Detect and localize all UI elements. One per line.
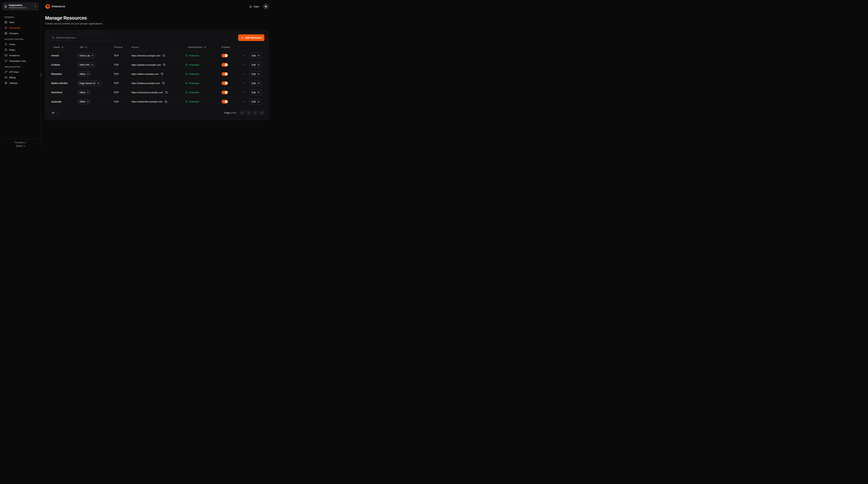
- ellipsis-icon: [243, 63, 246, 66]
- sort-name-header[interactable]: Name: [51, 45, 66, 50]
- row-menu-button[interactable]: [243, 72, 246, 76]
- edit-button[interactable]: Edit: [249, 53, 262, 59]
- row-menu-button[interactable]: [243, 63, 246, 66]
- column-label: Site: [80, 46, 84, 49]
- arrow-right-icon: [257, 73, 260, 75]
- edit-button[interactable]: Edit: [249, 99, 262, 105]
- waypoints-icon: [4, 26, 7, 29]
- site-name: Office: [80, 73, 85, 75]
- table-row: Battery Monitor Edge Device 01 TCP https…: [51, 79, 262, 88]
- enabled-toggle[interactable]: [221, 91, 228, 94]
- avatar-initial: M: [265, 5, 267, 8]
- link-icon: [4, 60, 7, 62]
- copy-url-button[interactable]: [163, 63, 166, 66]
- sidebar-item-label: Billing: [9, 76, 16, 79]
- sidebar-item-roles[interactable]: Roles: [0, 47, 41, 53]
- sidebar-item-api-keys[interactable]: API Keys: [0, 69, 41, 74]
- resource-name: Bitwarden: [51, 72, 77, 75]
- site-link-button[interactable]: Office: [77, 99, 91, 104]
- auth-status: Protected: [185, 82, 221, 85]
- sidebar-item-resources[interactable]: Resources: [0, 25, 41, 31]
- search-icon: [52, 36, 55, 39]
- resource-protocol: TCP: [114, 63, 131, 66]
- sidebar-item-invitations[interactable]: Invitations: [0, 53, 41, 58]
- resource-name: Grafana: [51, 63, 77, 66]
- site-link-button[interactable]: Office: [77, 90, 91, 95]
- edit-button[interactable]: Edit: [249, 89, 262, 95]
- page-size-select[interactable]: 20: [50, 110, 60, 116]
- auth-status: Protected: [185, 64, 221, 66]
- search-input[interactable]: [56, 36, 109, 39]
- enabled-toggle[interactable]: [221, 54, 228, 57]
- footer-link-github[interactable]: GitHub: [16, 145, 25, 147]
- table-row: Authentik Office TCP https://authentik.e…: [51, 97, 262, 106]
- footer-link-label: Fossorial: [15, 141, 24, 144]
- sidebar-item-domains[interactable]: Domains: [0, 31, 41, 36]
- site-link-button[interactable]: Edge Device 01: [77, 81, 101, 86]
- user-icon: [4, 43, 7, 46]
- theme-toggle-button[interactable]: Dark: [249, 5, 259, 8]
- shield-check-icon: [185, 82, 188, 84]
- sort-authentication-header[interactable]: Authentication: [185, 45, 209, 50]
- row-menu-button[interactable]: [243, 82, 246, 85]
- row-menu-button[interactable]: [243, 100, 246, 103]
- row-menu-button[interactable]: [243, 54, 246, 57]
- sidebar-item-shareable-links[interactable]: Shareable Links: [0, 58, 41, 64]
- copy-url-button[interactable]: [162, 82, 165, 85]
- site-name: AWS VPC: [80, 64, 90, 66]
- sidebar-item-billing[interactable]: Billing: [0, 74, 41, 80]
- gear-icon: [4, 82, 7, 84]
- arrow-right-icon: [257, 64, 260, 66]
- chevrons-right-icon: [260, 112, 263, 114]
- page-status: Page 1 of 1: [224, 112, 237, 114]
- enabled-toggle[interactable]: [221, 82, 228, 85]
- next-page-button[interactable]: [253, 110, 258, 115]
- sidebar-resize-handle[interactable]: [41, 73, 41, 77]
- user-avatar[interactable]: M: [263, 4, 269, 9]
- sidebar-item-sites[interactable]: Sites: [0, 20, 41, 25]
- add-resource-button[interactable]: Add Resource: [238, 34, 265, 41]
- resource-protocol: TCP: [114, 100, 131, 103]
- column-access: Access: [131, 46, 185, 49]
- enabled-toggle[interactable]: [221, 72, 228, 76]
- sort-site-header[interactable]: Site: [77, 45, 90, 50]
- copy-url-button[interactable]: [161, 72, 164, 75]
- edit-button[interactable]: Edit: [249, 62, 262, 68]
- table-row: Bitwarden Office TCP https://office.exam…: [51, 69, 262, 79]
- search-box[interactable]: [50, 34, 111, 41]
- resources-card: Add Resource Name Site Protocol: [45, 30, 269, 120]
- sidebar-item-users[interactable]: Users: [0, 41, 41, 47]
- footer-link-fossorial[interactable]: Fossorial: [15, 141, 26, 144]
- org-selector[interactable]: Organization milo@fossorial.io's ...: [2, 2, 38, 10]
- first-page-button[interactable]: [240, 110, 245, 115]
- last-page-button[interactable]: [259, 110, 265, 115]
- copy-url-button[interactable]: [165, 91, 168, 94]
- users-icon: [4, 49, 7, 51]
- auth-status: Protected: [185, 73, 221, 75]
- edit-button[interactable]: Edit: [249, 80, 262, 86]
- chevron-down-icon: [56, 112, 58, 114]
- sort-icon: [61, 46, 64, 49]
- sidebar-item-label: Resources: [9, 27, 21, 29]
- edit-button[interactable]: Edit: [249, 71, 262, 77]
- resource-protocol: TCP: [114, 72, 131, 75]
- arrow-right-icon: [257, 100, 260, 103]
- enabled-toggle[interactable]: [221, 100, 228, 103]
- previous-page-button[interactable]: [246, 110, 251, 115]
- row-menu-button[interactable]: [243, 91, 246, 94]
- resource-protocol: TCP: [114, 54, 131, 57]
- site-link-button[interactable]: AWS VPC: [77, 62, 95, 67]
- resource-url: https://grafana.example.com: [131, 64, 161, 66]
- site-link-button[interactable]: Office: [77, 71, 91, 77]
- table-header: Name Site Protocol Access Authentication: [51, 43, 262, 51]
- copy-url-button[interactable]: [164, 100, 167, 103]
- enabled-toggle[interactable]: [221, 63, 228, 67]
- site-link-button[interactable]: Home Lab: [77, 53, 96, 58]
- table-row: Immich Home Lab TCP https://immich.examp…: [51, 51, 262, 60]
- copy-url-button[interactable]: [162, 54, 165, 57]
- arrow-right-icon: [257, 54, 260, 57]
- sidebar-item-settings[interactable]: Settings: [0, 80, 41, 86]
- copy-icon: [163, 64, 166, 66]
- edit-label: Edit: [252, 100, 256, 103]
- brand: PANGOLIN: [45, 4, 65, 9]
